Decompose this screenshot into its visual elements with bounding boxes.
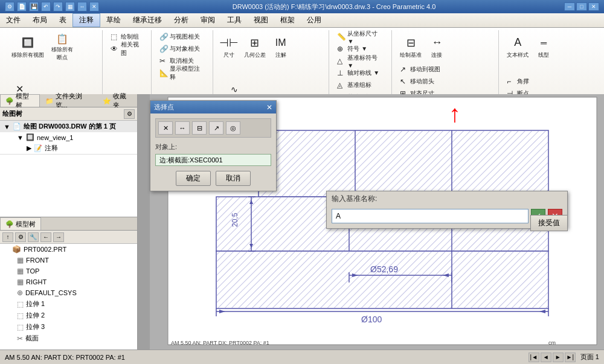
drawing-name[interactable]: ▼ 📄 绘图 DRW0003.DRW 的第 1 页 <box>0 121 137 132</box>
menu-layout[interactable]: 布局 <box>27 13 53 27</box>
draw-group-icon: ⬚ <box>111 33 119 41</box>
sel-tool-5[interactable]: ◎ <box>226 121 240 135</box>
drawing-tree-section: ▼ 📄 绘图 DRW0003.DRW 的第 1 页 ▼ 🔲 new_view_1… <box>0 121 137 155</box>
tree-item-section[interactable]: ✂ 截面 <box>0 333 137 344</box>
close-button[interactable]: ✕ <box>588 2 599 11</box>
model-tree-btn1[interactable]: ↑ <box>2 232 13 242</box>
ribbon-btn-related-view[interactable]: 👁 相关视图 <box>108 43 148 54</box>
ribbon-btn-datum-sym[interactable]: △ 基准标符号 ▼ <box>334 56 388 66</box>
ribbon-btn-remove-breaks[interactable]: 📋 移除所有断点 <box>48 31 76 63</box>
tree-item-right-label: RIGHT <box>26 278 47 286</box>
extrude3-icon: ⬚ <box>17 323 24 331</box>
tab-model-tree-bottom[interactable]: 🌳 模型树 <box>0 217 41 230</box>
panel-tabs: 🌳 模型树 📁 文件夹浏览... ⭐ 收藏夹 <box>0 94 137 107</box>
selection-cancel-btn[interactable]: 取消 <box>216 171 251 186</box>
ribbon-btn-relate-view[interactable]: 🔗 与视图相关 <box>156 31 208 42</box>
tree-item-csys[interactable]: ⊕ DEFAULT_CSYS <box>0 287 137 298</box>
nav-first-btn[interactable]: |◄ <box>528 353 539 362</box>
tree-item-extrude2[interactable]: ⬚ 拉伸 2 <box>0 310 137 321</box>
ribbon-btn-text-style[interactable]: A 文本样式 <box>504 31 532 63</box>
tree-item-extrude1[interactable]: ⬚ 拉伸 1 <box>0 298 137 310</box>
tree-item-new-view[interactable]: ▼ 🔲 new_view_1 <box>0 132 137 142</box>
drawing-tree-label: 绘图树 <box>2 109 22 118</box>
sel-tool-1[interactable]: ✕ <box>158 121 173 135</box>
related-view-icon: 👁 <box>111 45 119 53</box>
selection-dialog-titlebar: 选择点 ✕ <box>150 101 276 113</box>
menu-view[interactable]: 视图 <box>248 13 274 27</box>
tree-item-extrude3-label: 拉伸 3 <box>26 322 45 331</box>
part-icon: 📦 <box>12 245 21 254</box>
menu-common[interactable]: 公用 <box>301 13 327 27</box>
input-dialog-label: 输入基准名称: <box>327 191 567 206</box>
tree-settings-btn[interactable]: ⚙ <box>124 109 135 119</box>
menu-sketch[interactable]: 草绘 <box>100 13 127 27</box>
model-tree-toolbar: ↑ ⚙ 🔧 ← → <box>0 231 137 244</box>
annotation-icon: 📝 <box>34 144 42 152</box>
nav-prev-btn[interactable]: ◄ <box>541 353 551 362</box>
selection-ok-btn[interactable]: 确定 <box>176 171 211 186</box>
tab-model-tree[interactable]: 🌳 模型树 <box>0 94 40 107</box>
ribbon-btn-note[interactable]: IM 注解 <box>270 31 292 63</box>
model-tree-btn4[interactable]: ← <box>40 232 51 242</box>
redo-icon[interactable]: ↷ <box>53 2 63 11</box>
sel-tool-4[interactable]: ↗ <box>209 121 223 135</box>
connect-icon: ↔ <box>429 36 444 50</box>
model-tree-btn2[interactable]: ⚙ <box>15 232 26 242</box>
ribbon-btn-show-model[interactable]: 📐 显示模型注释 <box>156 68 208 78</box>
nav-next-btn[interactable]: ► <box>553 353 564 362</box>
ribbon-btn-axis-sym[interactable]: ⊥ 轴对称线 ▼ <box>334 68 388 78</box>
ribbon-btn-draw-datum[interactable]: ⊟ 绘制基准 <box>397 31 425 63</box>
ribbon-btn-symbol[interactable]: ⊕ 符号 ▼ <box>334 43 388 54</box>
menu-table[interactable]: 表 <box>53 13 72 27</box>
tree-item-top[interactable]: ▦ TOP <box>0 266 137 276</box>
nav-last-btn[interactable]: ►| <box>565 353 576 362</box>
menu-analysis[interactable]: 分析 <box>168 13 194 27</box>
tab-file-browser[interactable]: 📁 文件夹浏览... <box>40 94 98 107</box>
accept-value-btn[interactable]: 接受值 <box>530 215 568 231</box>
tab-favorites[interactable]: ⭐ 收藏夹 <box>97 94 137 107</box>
main-area: 🌳 模型树 📁 文件夹浏览... ⭐ 收藏夹 绘图树 ⚙ ▼ � <box>0 94 604 350</box>
tree-item-right[interactable]: ▦ RIGHT <box>0 276 137 287</box>
minimize-button[interactable]: ─ <box>564 2 575 11</box>
ribbon-btn-relate-obj[interactable]: 🔗 与对象相关 <box>156 43 208 54</box>
front-icon: ▦ <box>17 256 24 264</box>
ribbon-btn-move-arrow[interactable]: ↖ 移动箭头 <box>397 76 443 87</box>
ribbon-btn-connect[interactable]: ↔ 连接 <box>426 31 448 63</box>
selection-buttons: 确定 取消 <box>155 171 271 186</box>
ribbon-btn-dimension[interactable]: ⊣⊢ 尺寸 <box>218 31 240 63</box>
model-tree-btn3[interactable]: 🔧 <box>28 232 39 242</box>
tree-item-extrude3[interactable]: ⬚ 拉伸 3 <box>0 321 137 333</box>
ribbon-btn-remove-views[interactable]: 🔲 移除所有视图 <box>8 31 47 63</box>
ribbon-btn-datum-group[interactable]: ◬ 基准组标 <box>334 80 388 91</box>
menu-file[interactable]: 文件 <box>0 13 27 27</box>
maximize-button[interactable]: □ <box>576 2 587 11</box>
unrelate-icon: ✂ <box>159 57 168 65</box>
tree-item-annotation[interactable]: ▶ 📝 注释 <box>0 142 137 154</box>
section-icon: ✂ <box>17 334 23 343</box>
ribbon-btn-move-to-view[interactable]: ↗ 移动到视图 <box>397 64 443 75</box>
selection-dialog-close[interactable]: ✕ <box>266 103 272 112</box>
model-tree-btn5[interactable]: → <box>53 232 64 242</box>
tree-item-front[interactable]: ▦ FRONT <box>0 255 137 266</box>
menu-inherit[interactable]: 继承迁移 <box>127 13 168 27</box>
tree-item-top-label: TOP <box>26 267 39 275</box>
move-arrow-icon: ↖ <box>400 77 408 86</box>
menu-annotation[interactable]: 注释 <box>72 13 100 27</box>
menu-tools[interactable]: 工具 <box>221 13 248 27</box>
sel-tool-3[interactable]: ⊟ <box>192 121 207 135</box>
datum-group-icon: ◬ <box>337 81 345 89</box>
ribbon-btn-line-style[interactable]: ═ 线型 <box>533 31 554 63</box>
selection-input[interactable] <box>155 154 271 166</box>
ribbon-btn-coord-dim[interactable]: 📏 从坐标尺寸 ▼ <box>334 31 388 42</box>
ribbon-btn-corner[interactable]: ⌐ 角撑 <box>504 76 544 87</box>
menu-review[interactable]: 审阅 <box>194 13 221 27</box>
undo-icon[interactable]: ↶ <box>41 2 51 11</box>
selection-label: 对象上: <box>155 142 271 152</box>
menu-frame[interactable]: 框架 <box>274 13 301 27</box>
tree-item-prt0002[interactable]: 📦 PRT0002.PRT <box>0 244 137 255</box>
input-dialog-field[interactable] <box>332 209 528 223</box>
sel-tool-2[interactable]: ↔ <box>175 121 190 135</box>
drawing-area[interactable]: 20,5 Ø52,69 Ø100 AM 5.50 AN: PART DX: PR… <box>138 94 604 350</box>
axis-sym-icon: ⊥ <box>337 69 345 77</box>
ribbon-btn-geotol[interactable]: ⊞ 几何公差 <box>241 31 269 63</box>
